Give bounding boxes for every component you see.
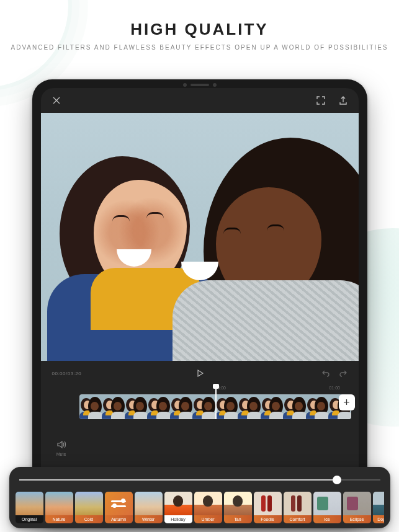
hero-subtitle: ADVANCED FILTERS AND FLAWLESS BEAUTY EFF… <box>0 43 399 52</box>
filter-foodie[interactable]: Foodie <box>254 492 282 523</box>
filter-eclipse[interactable]: Eclipse <box>343 492 371 523</box>
filter-cold[interactable]: Cold <box>75 492 103 523</box>
intensity-slider[interactable] <box>19 474 380 485</box>
filter-autumn[interactable]: Autumn <box>105 492 133 523</box>
filter-umber[interactable]: Umber <box>194 492 222 523</box>
mute-label: Mute <box>56 452 66 456</box>
timeline-frame[interactable] <box>261 394 284 419</box>
filter-sheet: OriginalNatureColdAutumnWinterHolidayUmb… <box>9 467 390 528</box>
timeline-frame[interactable] <box>125 394 148 419</box>
filter-original[interactable]: Original <box>16 492 43 523</box>
tablet-notch <box>183 83 217 87</box>
close-icon[interactable] <box>52 96 61 105</box>
play-icon[interactable] <box>195 369 204 378</box>
timeline-frame[interactable] <box>102 394 125 419</box>
hero: HIGH QUALITY ADVANCED FILTERS AND FLAWLE… <box>0 20 399 52</box>
playback-bar: 00:00/03:20 <box>41 361 359 386</box>
add-clip-button[interactable]: + <box>339 394 355 410</box>
timeline-frame[interactable] <box>147 394 170 419</box>
playhead[interactable] <box>215 386 217 419</box>
timeline-frame[interactable] <box>238 394 261 419</box>
timeline-frame[interactable] <box>170 394 193 419</box>
timeline-frame[interactable] <box>192 394 215 419</box>
filter-nature[interactable]: Nature <box>45 492 73 523</box>
video-preview[interactable] <box>41 113 359 361</box>
redo-icon[interactable] <box>339 369 347 378</box>
app-screen: 00:00/03:20 Mute <box>41 88 359 517</box>
tablet-frame: 00:00/03:20 Mute <box>32 79 367 526</box>
time-display: 00:00/03:20 <box>52 371 82 376</box>
fullscreen-icon[interactable] <box>316 96 325 105</box>
filter-tan[interactable]: Tan <box>224 492 252 523</box>
timeline-frame[interactable] <box>79 394 102 419</box>
filter-dog-days[interactable]: Dog days <box>373 492 384 523</box>
export-icon[interactable] <box>339 96 347 105</box>
hero-title: HIGH QUALITY <box>0 20 399 39</box>
timeline-frame[interactable] <box>306 394 329 419</box>
filter-ice[interactable]: Ice <box>313 492 341 523</box>
speaker-icon <box>56 440 66 450</box>
filter-list: OriginalNatureColdAutumnWinterHolidayUmb… <box>16 492 384 523</box>
filter-comfort[interactable]: Comfort <box>284 492 312 523</box>
timeline-frame[interactable] <box>215 394 238 419</box>
timeline-frame[interactable] <box>283 394 306 419</box>
undo-icon[interactable] <box>321 369 330 378</box>
filter-winter[interactable]: Winter <box>135 492 163 523</box>
filter-holiday[interactable]: Holiday <box>164 492 192 523</box>
editor-topbar <box>41 88 359 113</box>
